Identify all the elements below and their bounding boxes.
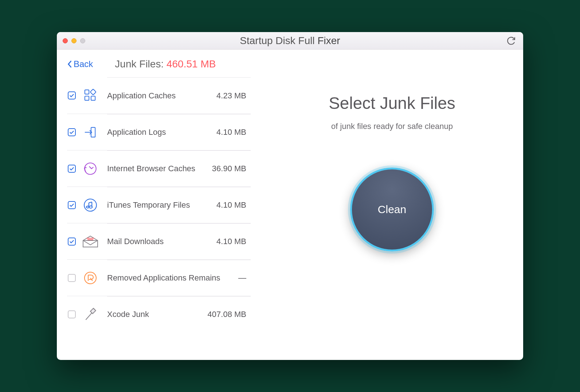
clean-button[interactable]: Clean	[350, 168, 434, 251]
row-content: Mail Downloads4.10 MB	[107, 223, 251, 260]
item-size: 4.10 MB	[216, 237, 246, 246]
item-label: Application Caches	[107, 91, 176, 101]
list-item[interactable]: Mail Downloads4.10 MB	[67, 223, 251, 259]
sidebar-header: Back Junk Files: 460.51 MB	[67, 58, 251, 70]
svg-point-9	[86, 206, 89, 208]
item-label: Removed Applications Remains	[107, 273, 220, 283]
svg-rect-0	[85, 90, 89, 94]
checkbox[interactable]	[68, 128, 76, 136]
list-item[interactable]: Application Logs4.10 MB	[67, 114, 251, 150]
svg-point-6	[85, 163, 96, 175]
junk-files-label: Junk Files: 460.51 MB	[115, 58, 216, 70]
checkbox[interactable]	[68, 238, 76, 246]
item-label: Mail Downloads	[107, 237, 164, 246]
mail-icon	[82, 234, 98, 250]
svg-rect-1	[90, 89, 96, 95]
main-subtitle: of junk files ready for safe cleanup	[331, 122, 453, 131]
item-size: 407.08 MB	[208, 310, 246, 319]
row-content: Application Caches4.23 MB	[107, 77, 251, 114]
window-body: Back Junk Files: 460.51 MB Application C…	[57, 50, 523, 360]
svg-point-7	[84, 199, 97, 211]
item-size: 4.10 MB	[216, 200, 246, 210]
svg-rect-2	[85, 96, 89, 100]
item-label: Xcode Junk	[107, 310, 149, 319]
title-bold: Fixer	[317, 35, 340, 46]
list-item[interactable]: Application Caches4.23 MB	[67, 77, 251, 114]
item-label: iTunes Temporary Files	[107, 200, 190, 210]
main-heading: Select Junk Files	[329, 93, 455, 113]
back-button[interactable]: Back	[67, 59, 93, 69]
row-content: Removed Applications Remains—	[107, 260, 251, 296]
grid-icon	[82, 87, 98, 103]
row-content: Xcode Junk407.08 MB	[107, 296, 251, 333]
checkbox[interactable]	[68, 91, 76, 99]
checkbox[interactable]	[68, 310, 76, 318]
hammer-icon	[82, 306, 98, 322]
checkbox[interactable]	[68, 201, 76, 209]
junk-files-list: Application Caches4.23 MBApplication Log…	[67, 77, 251, 332]
music-icon	[82, 197, 98, 213]
row-content: Application Logs4.10 MB	[107, 114, 251, 150]
titlebar: Startup Disk Full Fixer	[57, 32, 523, 50]
arrow-in-icon	[82, 124, 98, 140]
list-item[interactable]: Removed Applications Remains—	[67, 259, 251, 296]
checkbox[interactable]	[68, 165, 76, 173]
item-size: —	[238, 273, 246, 283]
main-panel: Select Junk Files of junk files ready fo…	[261, 50, 523, 360]
item-size: 36.90 MB	[212, 164, 246, 173]
title-light: Startup Disk Full	[240, 35, 314, 46]
app-window: Startup Disk Full Fixer Back Junk Files:…	[57, 32, 523, 360]
list-item[interactable]: Xcode Junk407.08 MB	[67, 296, 251, 332]
junk-total-size: 460.51 MB	[166, 58, 216, 70]
window-title: Startup Disk Full Fixer	[57, 35, 523, 47]
item-size: 4.23 MB	[216, 91, 246, 101]
item-size: 4.10 MB	[216, 128, 246, 137]
row-content: Internet Browser Caches36.90 MB	[107, 150, 251, 187]
back-label: Back	[74, 59, 93, 69]
browser-refresh-icon	[82, 161, 98, 177]
checkbox[interactable]	[68, 274, 76, 282]
removed-icon	[82, 270, 98, 286]
svg-point-8	[89, 206, 92, 208]
item-label: Application Logs	[107, 128, 166, 137]
item-label: Internet Browser Caches	[107, 164, 195, 173]
list-item[interactable]: Internet Browser Caches36.90 MB	[67, 150, 251, 187]
list-item[interactable]: iTunes Temporary Files4.10 MB	[67, 187, 251, 223]
clean-button-label: Clean	[378, 203, 406, 216]
sidebar: Back Junk Files: 460.51 MB Application C…	[57, 50, 261, 360]
row-content: iTunes Temporary Files4.10 MB	[107, 187, 251, 223]
svg-rect-3	[91, 96, 95, 100]
refresh-button[interactable]	[506, 36, 516, 46]
